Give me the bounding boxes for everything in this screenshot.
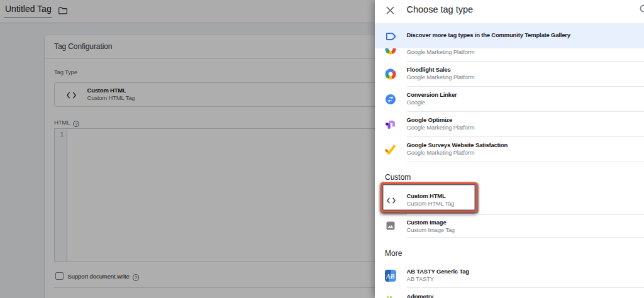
svg-text:A: A: [386, 272, 391, 279]
svg-text:B: B: [390, 272, 395, 279]
